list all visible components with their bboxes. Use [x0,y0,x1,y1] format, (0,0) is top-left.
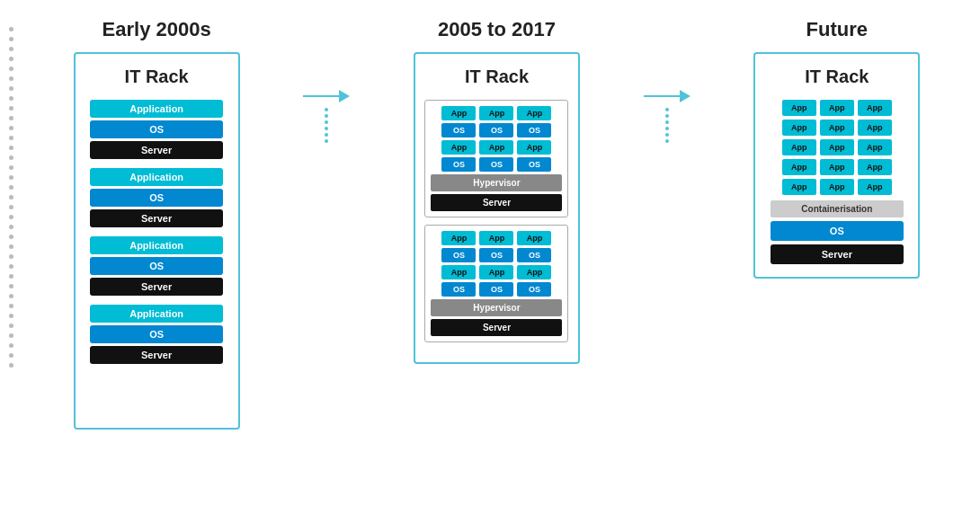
os-small: OS [517,157,551,172]
dot [9,106,13,111]
dot [9,155,13,160]
dot [9,47,13,51]
arrow-dot [665,114,669,118]
app-small: App [479,265,513,279]
os-bar-3: OS [90,257,223,275]
dot [9,185,13,190]
dot [9,324,13,328]
app-small: App [441,140,476,155]
dot [9,304,13,308]
app-small: App [441,106,476,120]
server-bar-mid-1: Server [431,194,562,211]
hypervisor-bar-1: Hypervisor [431,174,562,191]
hypervisor-bar-2: Hypervisor [431,299,562,316]
dot [9,284,13,288]
vm-row: App App App [431,265,562,279]
app-future: App [820,100,854,116]
os-small: OS [479,157,513,172]
future-apps-grid: App App App App App App App App App App … [782,100,892,195]
server-bar-3: Server [90,278,223,296]
os-small: OS [517,282,551,297]
app-small: App [479,106,513,120]
arrow-dot [325,120,328,124]
dot [9,225,13,229]
server-unit-4: Application OS Server [86,305,227,364]
vm-row: App App App [431,140,562,155]
os-bar-2: OS [90,189,223,207]
dot [9,294,13,298]
dot [9,215,13,219]
app-future: App [858,100,892,116]
arrow-1 [290,18,362,143]
app-small: App [517,231,551,245]
rack-title-mid: IT Rack [465,66,529,87]
left-dots [9,18,13,368]
arrow-dot [325,114,328,118]
os-small: OS [517,123,551,137]
rack-title-future: IT Rack [805,66,869,87]
os-small: OS [479,248,513,262]
app-small: App [479,140,513,155]
app-small: App [517,106,551,120]
dot [9,146,13,150]
arrow-dot [665,133,669,137]
dot [9,353,13,358]
app-future: App [782,179,816,195]
rack-box-early: IT Rack Application OS Server Applicatio… [74,52,240,430]
arrow-dot [325,127,328,130]
arrow-dotted-2 [665,108,669,143]
dot [9,333,13,338]
era-title-future: Future [806,18,868,41]
dot [9,27,13,31]
dot [9,37,13,41]
server-unit-3: Application OS Server [86,236,227,296]
server-bar-mid-2: Server [431,319,562,336]
app-small: App [517,265,551,279]
dot [9,86,13,91]
arrow-dot [665,108,669,111]
vm-row: OS OS OS [431,282,562,297]
vm-block-1: App App App OS OS OS App App App OS OS [424,100,568,217]
dot [9,314,13,318]
dot [9,205,13,209]
server-bar-future: Server [771,244,904,264]
containerisation-bar: Containerisation [771,200,904,217]
vm-row: App App App [431,106,562,120]
os-bar-future: OS [771,221,904,241]
rack-title-early: IT Rack [125,66,189,87]
app-small: App [479,231,513,245]
era-mid: 2005 to 2017 IT Rack App App App OS OS O… [362,18,630,364]
vm-row: OS OS OS [431,157,562,172]
arrow-dot [665,127,669,130]
arrow-dot [325,108,328,111]
arrow-dot [325,139,328,143]
app-future: App [782,159,816,175]
app-future: App [858,139,892,155]
app-bar-3: Application [90,236,223,254]
app-small: App [441,231,476,245]
era-title-mid: 2005 to 2017 [438,18,556,41]
page-container: Early 2000s IT Rack Application OS Serve… [9,18,971,430]
arrow-2 [631,18,703,143]
app-future: App [820,120,854,136]
rack-box-future: IT Rack App App App App App App App App … [753,52,920,279]
arrow-dot [665,139,669,143]
arrow-solid-1 [303,90,350,102]
vm-row: OS OS OS [431,248,562,262]
arrow-head-1 [339,90,350,102]
dot [9,195,13,200]
app-future: App [858,159,892,175]
server-bar-4: Server [90,346,223,364]
app-future: App [820,159,854,175]
era-early2000s: Early 2000s IT Rack Application OS Serve… [22,18,290,430]
dot [9,244,13,249]
dot [9,235,13,239]
app-small: App [517,140,551,155]
app-bar-2: Application [90,168,223,186]
os-small: OS [441,157,476,172]
arrow-line-2 [644,95,680,97]
arrow-dot [325,133,328,137]
server-bar-1: Server [90,141,223,159]
dot [9,274,13,279]
arrow-dotted-1 [325,108,328,143]
